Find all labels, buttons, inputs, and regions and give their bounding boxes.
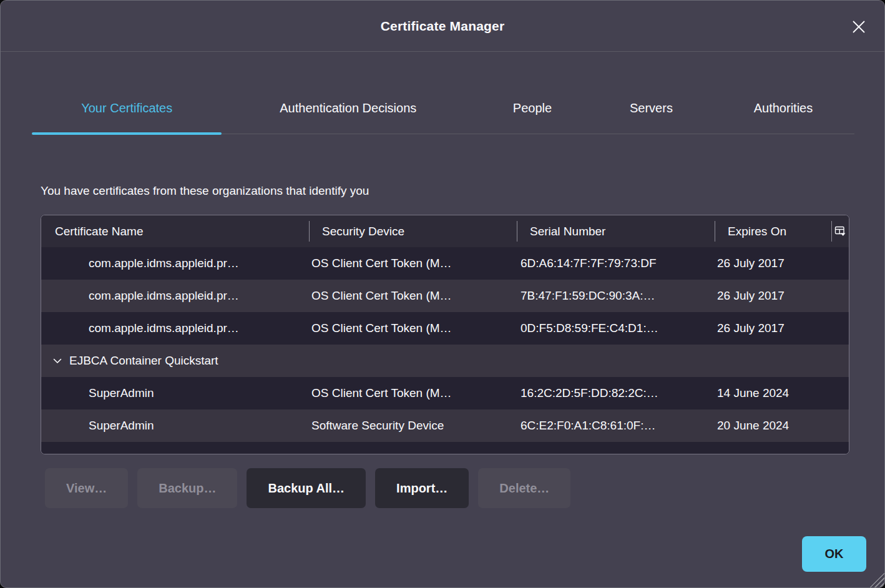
expires-on-cell: 14 June 2024 [715,377,849,409]
security-device-cell: OS Client Cert Token (M… [309,312,517,345]
column-header-serial-number[interactable]: Serial Number [517,215,715,247]
cert-name-cell: com.apple.idms.appleid.pr… [41,280,309,312]
delete-button: Delete… [478,468,570,508]
security-device-cell: Software Security Device [309,409,517,442]
group-label: EJBCA Container Quickstart [69,354,218,368]
action-buttons: View…Backup…Backup All…Import…Delete… [45,468,884,508]
security-device-cell: OS Client Cert Token (M… [309,247,517,280]
serial-number-cell: 7B:47:F1:59:DC:90:3A:… [517,280,715,312]
tab-servers[interactable]: Servers [590,83,712,134]
tab-people[interactable]: People [474,83,590,134]
chevron-down-icon [52,453,62,454]
expires-on-cell: 26 July 2017 [715,247,849,280]
certificate-manager-dialog: Certificate Manager Your Certificates Au… [0,0,885,588]
group-label: EJBCA Sample [69,451,150,454]
table-row[interactable]: SuperAdminSoftware Security Device6C:E2:… [41,409,849,442]
serial-number-cell: 6D:A6:14:7F:7F:79:73:DF [517,247,715,280]
cert-name-cell: com.apple.idms.appleid.pr… [41,247,309,280]
import-button[interactable]: Import… [375,468,469,508]
dialog-title: Certificate Manager [381,19,505,34]
expires-on-cell: 26 July 2017 [715,280,849,312]
cert-name-cell: SuperAdmin [41,409,309,442]
view-button: View… [45,468,128,508]
column-picker-button[interactable] [831,215,849,247]
close-icon [851,19,867,35]
expires-on-cell: 20 June 2024 [715,409,849,442]
certificate-table: Certificate Name Security Device Serial … [41,215,849,454]
column-header-security-device[interactable]: Security Device [309,215,517,247]
security-device-cell: OS Client Cert Token (M… [309,377,517,409]
tab-your-certificates[interactable]: Your Certificates [32,83,222,134]
backup-all-button[interactable]: Backup All… [247,468,366,508]
certificate-table-body: com.apple.idms.appleid.pr…OS Client Cert… [41,247,849,454]
table-row[interactable]: SuperAdminOS Client Cert Token (M…16:2C:… [41,377,849,409]
group-row[interactable]: EJBCA Container Quickstart [41,345,849,377]
column-header-expires-on[interactable]: Expires On [715,215,831,247]
tab-authentication-decisions[interactable]: Authentication Decisions [222,83,474,134]
intro-text: You have certificates from these organiz… [41,184,844,198]
title-bar: Certificate Manager [1,1,884,52]
serial-number-cell: 16:2C:2D:5F:DD:82:2C:… [517,377,715,409]
backup-button: Backup… [137,468,237,508]
serial-number-cell: 6C:E2:F0:A1:C8:61:0F:… [517,409,715,442]
cert-name-cell: SuperAdmin [41,377,309,409]
group-header-cell: EJBCA Container Quickstart [41,345,849,377]
cert-name-cell: com.apple.idms.appleid.pr… [41,312,309,345]
column-picker-icon [834,225,846,237]
tab-authorities[interactable]: Authorities [712,83,854,134]
expires-on-cell: 26 July 2017 [715,312,849,345]
table-row[interactable]: com.apple.idms.appleid.pr…OS Client Cert… [41,247,849,280]
group-row[interactable]: EJBCA Sample [41,442,849,454]
table-header: Certificate Name Security Device Serial … [41,215,849,247]
serial-number-cell: 0D:F5:D8:59:FE:C4:D1:… [517,312,715,345]
resize-grip[interactable] [866,569,884,587]
column-header-certificate-name[interactable]: Certificate Name [41,215,309,247]
chevron-down-icon [52,356,62,366]
group-header-cell: EJBCA Sample [41,442,849,454]
ok-button[interactable]: OK [802,536,866,572]
table-row[interactable]: com.apple.idms.appleid.pr…OS Client Cert… [41,312,849,345]
security-device-cell: OS Client Cert Token (M… [309,280,517,312]
table-row[interactable]: com.apple.idms.appleid.pr…OS Client Cert… [41,280,849,312]
close-button[interactable] [844,12,873,41]
tab-strip: Your Certificates Authentication Decisio… [32,83,854,134]
